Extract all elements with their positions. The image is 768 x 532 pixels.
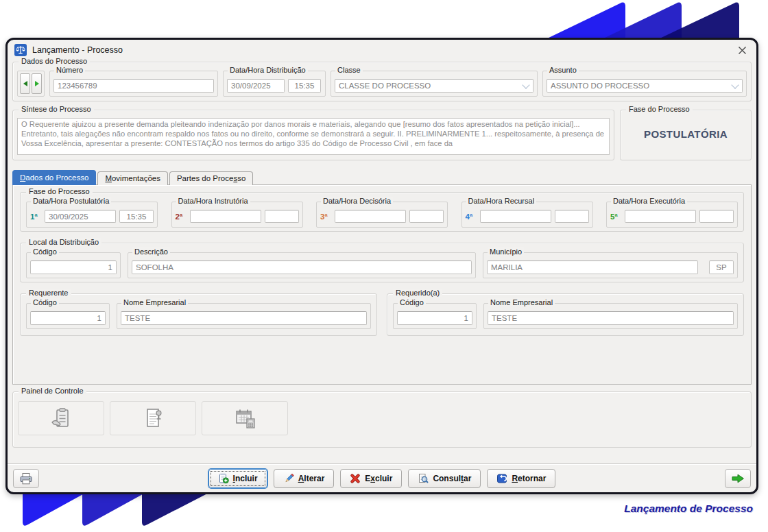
tab-strip: Dados do Processo Movimentações Partes d… bbox=[12, 170, 756, 185]
classe-value: CLASSE DO PROCESSO bbox=[339, 82, 520, 90]
requerente-nome-input[interactable]: TESTE bbox=[121, 311, 367, 325]
local-codigo-input[interactable]: 1 bbox=[30, 261, 117, 274]
decisoria-date-input[interactable] bbox=[335, 210, 406, 223]
postulatoria-time-input[interactable]: 15:35 bbox=[119, 210, 154, 223]
print-button[interactable] bbox=[13, 469, 39, 488]
delete-x-icon bbox=[350, 473, 361, 484]
classe-select[interactable]: CLASSE DO PROCESSO bbox=[335, 79, 533, 93]
sintese-textarea[interactable]: O Requerente ajuizou a presente demanda … bbox=[17, 118, 610, 155]
requerente-nome-group: Nome Empresarial TESTE bbox=[117, 303, 371, 329]
requerente-codigo-group: Código 1 bbox=[26, 303, 110, 329]
assunto-select[interactable]: ASSUNTO DO PROCESSO bbox=[547, 79, 743, 93]
painel-controle-group: Painel de Controle bbox=[12, 391, 752, 448]
incluir-button[interactable]: Incluir bbox=[208, 469, 267, 488]
alterar-button[interactable]: Alterar bbox=[274, 469, 335, 488]
desktop: { "window": { "title": "Lançamento - Pro… bbox=[0, 0, 768, 532]
arrow-right-icon bbox=[35, 81, 39, 86]
window-title: Lançamento - Processo bbox=[32, 45, 123, 55]
prev-record-button[interactable] bbox=[20, 73, 30, 94]
ordinal-badge: 2ª bbox=[176, 213, 187, 221]
fase-postulatoria-group: Data/Hora Postulatória 1ª 30/09/2025 15:… bbox=[26, 202, 158, 228]
instrutoria-date-input[interactable] bbox=[190, 210, 261, 223]
search-document-icon bbox=[418, 473, 429, 484]
green-arrow-right-icon bbox=[731, 474, 745, 483]
close-icon bbox=[738, 46, 747, 55]
chevron-down-icon bbox=[520, 80, 531, 91]
decisoria-time-input[interactable] bbox=[409, 210, 444, 223]
next-record-button[interactable] bbox=[32, 73, 42, 94]
tab-panel: Fase do Processo Data/Hora Postulatória … bbox=[12, 184, 752, 385]
retornar-button[interactable]: Retornar bbox=[487, 469, 555, 488]
scales-icon bbox=[14, 44, 27, 56]
dados-processo-group: Dados do Processo Número 123456789 Data/… bbox=[12, 62, 752, 101]
arrow-left-icon bbox=[23, 81, 27, 86]
requerido-group: Requerido(a) Código 1 Nome Empresarial T… bbox=[387, 293, 744, 336]
requerente-codigo-input[interactable]: 1 bbox=[30, 311, 106, 325]
executoria-date-input[interactable] bbox=[625, 210, 696, 223]
action-bar: Incluir Alterar Excluir bbox=[8, 463, 756, 492]
local-distribuicao-group: Local da Distribuição Código 1 Descrição… bbox=[20, 243, 744, 282]
chevron-down-icon bbox=[730, 80, 741, 91]
record-navigator bbox=[17, 71, 45, 97]
numero-input[interactable]: 123456789 bbox=[53, 79, 214, 93]
fase-section-group: Fase do Processo Data/Hora Postulatória … bbox=[20, 192, 744, 232]
numero-label: Número bbox=[54, 66, 85, 74]
clipboard-hand-icon bbox=[49, 407, 73, 430]
fase-processo-label: Fase do Processo bbox=[626, 105, 693, 113]
sintese-label: Síntese do Processo bbox=[19, 105, 94, 113]
numero-field-group: Número 123456789 bbox=[49, 71, 218, 97]
calendar-button[interactable] bbox=[202, 401, 288, 435]
footer-caption: Lançamento de Processo bbox=[624, 503, 753, 515]
title-bar: Lançamento - Processo bbox=[8, 40, 756, 60]
classe-label: Classe bbox=[335, 66, 363, 74]
postulatoria-date-input[interactable]: 30/09/2025 bbox=[45, 210, 116, 223]
group-label: Dados do Processo bbox=[19, 57, 90, 65]
recursal-date-input[interactable] bbox=[480, 210, 551, 223]
ordinal-badge: 1ª bbox=[30, 213, 41, 221]
tab-dados-processo[interactable]: Dados do Processo bbox=[12, 170, 96, 185]
tab-partes-processo[interactable]: Partes do Processo bbox=[169, 171, 253, 185]
executoria-time-input[interactable] bbox=[699, 210, 734, 223]
fase-decisoria-group: Data/Hora Decisória 3ª bbox=[316, 202, 448, 228]
distribuicao-time-input[interactable]: 15:35 bbox=[288, 79, 321, 93]
background-shapes-top bbox=[535, 0, 764, 40]
requerido-codigo-input[interactable]: 1 bbox=[397, 311, 472, 325]
ordinal-badge: 3ª bbox=[320, 213, 331, 221]
document-pin-icon bbox=[141, 407, 165, 430]
requerido-nome-group: Nome Empresarial TESTE bbox=[483, 303, 738, 329]
fase-recursal-group: Data/Hora Recursal 4ª bbox=[461, 202, 593, 228]
local-codigo-group: Código 1 bbox=[26, 252, 121, 278]
close-button[interactable] bbox=[736, 44, 748, 56]
calendar-calculator-icon bbox=[233, 407, 256, 430]
recursal-time-input[interactable] bbox=[555, 210, 589, 223]
municipio-input[interactable]: MARILIA bbox=[487, 261, 698, 274]
assunto-label: Assunto bbox=[547, 66, 579, 74]
fase-instrutoria-group: Data/Hora Instrutória 2ª bbox=[171, 202, 303, 228]
consultar-button[interactable]: Consultar bbox=[408, 469, 481, 488]
distribuicao-date-input[interactable]: 30/09/2025 bbox=[227, 79, 285, 93]
clipboard-button[interactable] bbox=[18, 401, 104, 435]
requerido-codigo-group: Código 1 bbox=[393, 303, 477, 329]
distribuicao-field-group: Data/Hora Distribuição 30/09/2025 15:35 bbox=[223, 71, 326, 97]
edit-pencil-icon bbox=[283, 473, 294, 484]
requerido-nome-input[interactable]: TESTE bbox=[488, 311, 734, 325]
fase-executoria-group: Data/Hora Executória 5ª bbox=[606, 202, 738, 228]
tab-movimentacoes[interactable]: Movimentações bbox=[97, 171, 168, 185]
app-window: Lançamento - Processo Dados do Processo … bbox=[5, 38, 758, 494]
excluir-button[interactable]: Excluir bbox=[340, 469, 402, 488]
distribuicao-label: Data/Hora Distribuição bbox=[228, 66, 308, 74]
local-descricao-input[interactable]: SOFOLHA bbox=[132, 261, 472, 274]
fase-section-label: Fase do Processo bbox=[26, 187, 93, 195]
sintese-group: Síntese do Processo O Requerente ajuizou… bbox=[12, 110, 614, 160]
local-descricao-group: Descrição SOFOLHA bbox=[128, 252, 476, 278]
instrutoria-time-input[interactable] bbox=[265, 210, 299, 223]
classe-field-group: Classe CLASSE DO PROCESSO bbox=[331, 71, 538, 97]
return-arrow-icon bbox=[496, 473, 507, 484]
assunto-value: ASSUNTO DO PROCESSO bbox=[551, 82, 730, 90]
uf-input[interactable]: SP bbox=[709, 261, 734, 274]
add-document-icon bbox=[218, 473, 229, 484]
ordinal-badge: 5ª bbox=[610, 213, 621, 221]
next-page-button[interactable] bbox=[725, 469, 751, 488]
fase-processo-group: Fase do Processo POSTULATÓRIA bbox=[620, 110, 752, 160]
document-button[interactable] bbox=[110, 401, 196, 435]
